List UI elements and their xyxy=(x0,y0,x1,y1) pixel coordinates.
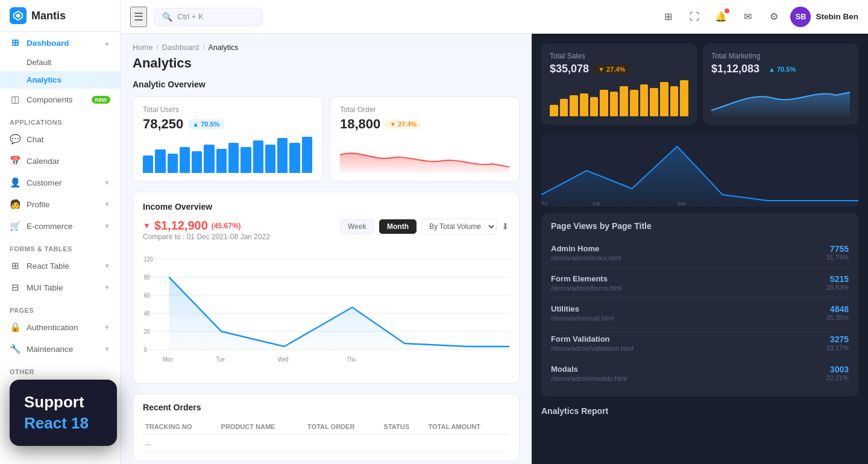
orders-table: TRACKING NO PRODUCT NAME TOTAL ORDER STA… xyxy=(143,419,509,452)
income-card: Income Overview ▼ $1,12,900 (45.67%) Com… xyxy=(133,192,520,384)
mui-table-icon: ⊟ xyxy=(10,282,20,293)
col-amount: TOTAL AMOUNT xyxy=(426,419,510,434)
customer-icon: 👤 xyxy=(10,177,20,188)
sidebar-item-calendar[interactable]: 📅 Calendar xyxy=(0,150,120,172)
stat-label-order: Total Order xyxy=(340,105,509,114)
sidebar-subitem-default[interactable]: Default xyxy=(0,54,120,71)
income-header: ▼ $1,12,900 (45.67%) Compare to : 01 Dec… xyxy=(143,219,509,248)
sidebar-item-dashboard[interactable]: ⊞ Dashboard ▲ xyxy=(0,32,120,54)
dark-stat-badge-marketing: ▲ 70.5% xyxy=(764,64,800,74)
dashboard-icon: ⊞ xyxy=(10,37,20,48)
notifications-button[interactable]: 🔔 xyxy=(711,7,731,27)
page-views-title: Page Views by Page Title xyxy=(551,221,849,231)
stat-value-users: 78,250 xyxy=(143,116,183,132)
bar xyxy=(143,155,153,173)
svg-text:Fri: Fri xyxy=(541,201,547,207)
bar xyxy=(228,143,239,173)
search-placeholder: Ctrl + K xyxy=(177,12,204,21)
dark-stat-value-row-marketing: $1,12,083 ▲ 70.5% xyxy=(711,63,850,75)
sidebar-item-authentication[interactable]: 🔒 Authentication ▼ xyxy=(0,316,120,338)
stat-card-users: Total Users 78,250 ▲ 70.5% xyxy=(133,96,322,182)
support-popup-line2: React 18 xyxy=(24,414,102,433)
sidebar-item-chat[interactable]: 💬 Chat xyxy=(0,128,120,150)
search-box[interactable]: 🔍 Ctrl + K xyxy=(154,8,263,26)
svg-text:0: 0 xyxy=(144,346,147,353)
col-status: STATUS xyxy=(382,419,426,434)
profile-icon: 🧑 xyxy=(10,199,20,210)
income-line-chart: 0 20 40 60 80 120 Mon Tue Wed xyxy=(143,253,509,374)
sidebar-subitem-analytics[interactable]: Analytics xyxy=(0,71,120,89)
ecommerce-icon: 🛒 xyxy=(10,221,20,231)
hamburger-button[interactable]: ☰ xyxy=(130,7,147,27)
income-compare: Compare to : 01 Dec 2021-08 Jan 2022 xyxy=(143,233,270,241)
chevron-down-icon: ▼ xyxy=(104,345,110,353)
settings-button[interactable]: ⚙ xyxy=(764,7,784,27)
breadcrumb-dashboard[interactable]: Dashboard xyxy=(162,43,199,52)
col-tracking: TRACKING NO xyxy=(143,419,219,434)
sidebar-item-react-table[interactable]: ⊞ React Table ▼ xyxy=(0,255,120,277)
page-view-row-3: Form Validation /demo/admin/validation.h… xyxy=(551,328,849,359)
sidebar-item-ecommerce[interactable]: 🛒 E-commerce ▼ xyxy=(0,215,120,237)
svg-text:80: 80 xyxy=(144,274,150,281)
breadcrumb-current: Analytics xyxy=(208,43,238,52)
section-label-forms: Forms & Tables xyxy=(0,237,120,255)
search-icon: 🔍 xyxy=(162,12,172,22)
section-label-other: Other xyxy=(0,360,120,378)
section-label-applications: Applications xyxy=(0,110,120,128)
chevron-up-icon: ▲ xyxy=(104,39,110,46)
stat-value-row-users: 78,250 ▲ 70.5% xyxy=(143,116,312,132)
svg-marker-1 xyxy=(16,13,20,17)
dark-stat-card-sales: Total Sales $35,078 ▼ 27.4% xyxy=(541,43,697,125)
chat-icon: 💬 xyxy=(10,134,20,145)
svg-text:Wed: Wed xyxy=(278,356,289,363)
maintenance-icon: 🔧 xyxy=(10,343,20,354)
sidebar-item-maintenance[interactable]: 🔧 Maintenance ▼ xyxy=(0,338,120,360)
page-view-row-0: Admin Home /demo/admin/index.html 7755 3… xyxy=(551,238,849,268)
left-panel: Home / Dashboard / Analytics Analytics A… xyxy=(121,34,532,464)
stat-label-users: Total Users xyxy=(143,105,312,114)
analytics-report-title: Analytics Report xyxy=(541,406,858,416)
breadcrumb-home[interactable]: Home xyxy=(133,43,153,52)
dark-stat-label-marketing: Total Marketing xyxy=(711,52,850,60)
dark-stat-cards: Total Sales $35,078 ▼ 27.4% xyxy=(541,43,858,125)
fullscreen-button[interactable]: ⛶ xyxy=(684,7,705,27)
react-table-icon: ⊞ xyxy=(10,260,20,271)
stat-badge-order: ▼ 27.4% xyxy=(385,119,421,129)
support-popup-line1: Support xyxy=(24,393,102,412)
sidebar-item-components[interactable]: ◫ Components new xyxy=(0,89,120,110)
week-button[interactable]: Week xyxy=(340,219,374,234)
calendar-icon: 📅 xyxy=(10,155,20,166)
dark-stat-value-row-sales: $35,078 ▼ 27.4% xyxy=(550,63,688,75)
sidebar-item-profile[interactable]: 🧑 Profile ▼ xyxy=(0,193,120,215)
dark-stat-value-marketing: $1,12,083 xyxy=(711,63,760,75)
page-views-card: Page Views by Page Title Admin Home /dem… xyxy=(541,213,858,397)
support-popup[interactable]: Support React 18 xyxy=(10,380,117,446)
app-name: Mantis xyxy=(31,10,66,22)
components-icon: ◫ xyxy=(10,94,20,105)
bar xyxy=(265,145,275,173)
volume-select[interactable]: By Total Volume xyxy=(421,219,497,234)
new-badge: new xyxy=(92,96,110,104)
user-menu[interactable]: SB Stebin Ben xyxy=(790,7,858,27)
sidebar-label-dashboard: Dashboard xyxy=(27,39,69,48)
order-area-chart xyxy=(340,137,509,173)
bar xyxy=(155,149,165,173)
sidebar-logo[interactable]: Mantis xyxy=(0,0,120,32)
svg-text:20: 20 xyxy=(144,328,150,335)
stat-card-order: Total Order 18,800 ▼ 27.4% xyxy=(330,96,520,182)
income-overview-title: Income Overview xyxy=(143,202,509,212)
month-button[interactable]: Month xyxy=(379,219,417,234)
marketing-area-chart xyxy=(711,80,850,116)
sidebar-item-customer[interactable]: 👤 Customer ▼ xyxy=(0,172,120,193)
messages-button[interactable]: ✉ xyxy=(737,7,758,27)
apps-button[interactable]: ⊞ xyxy=(658,7,678,27)
bar xyxy=(192,151,202,173)
svg-text:120: 120 xyxy=(144,256,153,263)
sidebar-item-mui-table[interactable]: ⊟ MUI Table ▼ xyxy=(0,277,120,298)
analytic-overview-title: Analytic Overview xyxy=(133,80,520,89)
page-view-row-4: Modals /demo/admin/modals.html 3003 22.2… xyxy=(551,359,849,388)
orders-card: Recent Orders TRACKING NO PRODUCT NAME T… xyxy=(133,393,520,461)
download-button[interactable]: ⬇ xyxy=(502,221,509,232)
sales-bar-chart xyxy=(550,80,688,116)
content-area: Home / Dashboard / Analytics Analytics A… xyxy=(121,34,868,464)
